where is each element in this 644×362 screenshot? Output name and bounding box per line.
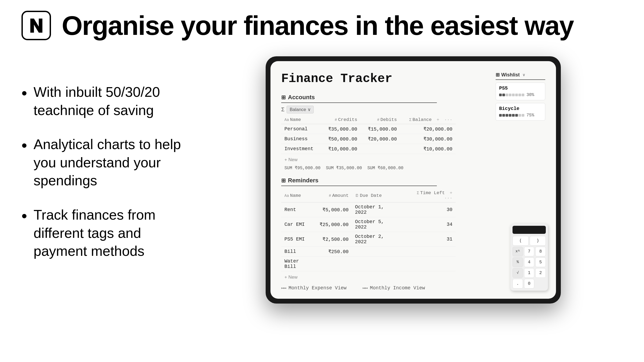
calc-special-row: ( ) [513, 236, 546, 246]
rem-col-due-date: 🗓Due Date [352, 189, 401, 202]
calc-btn-5[interactable]: 5 [535, 257, 546, 267]
reminder-row-ps5-emi: PS5 EMI ₹2,500.00 October 2, 2022 31 [281, 232, 456, 247]
bicycle-dot-5 [512, 114, 515, 117]
ps5-dot-7 [518, 94, 521, 96]
rem-col-amount: #Amount [316, 189, 352, 202]
reminder-name-bill: Bill [281, 247, 316, 257]
reminder-row-bill: Bill ₹250.00 [281, 247, 456, 257]
reminders-label: Reminders [288, 177, 319, 184]
calc-grid: x^ 7 8 % 4 5 √ 1 2 . 0 [513, 247, 546, 289]
calc-btn-power[interactable]: x^ [513, 247, 523, 256]
calc-btn-1[interactable]: 1 [524, 268, 535, 278]
monthly-expense-nav[interactable]: ↦↦ Monthly Expense View [281, 285, 346, 291]
bullet-3: • [21, 208, 27, 224]
calc-btn-dot[interactable]: . [513, 279, 523, 289]
account-balance-personal: ₹20,000.00 [400, 124, 456, 134]
calculator: ( ) x^ 7 8 % 4 5 √ 1 2 . 0 [510, 224, 548, 291]
account-row-personal: Personal ₹35,000.00 ₹15,000.00 ₹20,000.0… [281, 124, 456, 134]
notion-logo [21, 11, 51, 40]
account-name-business: Business [281, 134, 321, 144]
reminders-table: AaName #Amount 🗓Due Date ΣTime Left + ··… [281, 189, 456, 271]
tablet: Finance Tracker ⊞ Accounts Σ Balance ∨ A… [266, 56, 561, 304]
reminder-time-water-bill [401, 257, 456, 271]
account-debits-personal: ₹15,000.00 [360, 124, 400, 134]
reminder-due-car-emi: October 5, 2022 [352, 217, 401, 232]
account-credits-business: ₹50,000.00 [321, 134, 361, 144]
bicycle-progress-pct: 75% [526, 113, 534, 118]
reminder-amount-rent: ₹5,000.00 [316, 202, 352, 217]
reminder-name-ps5-emi: PS5 EMI [281, 232, 316, 247]
bicycle-dot-6 [515, 114, 518, 117]
ps5-dot-2 [502, 94, 505, 96]
ps5-progress-container: 30% [499, 93, 542, 97]
feature-item-3: • Track finances from different tags and… [21, 206, 182, 260]
reminder-amount-bill: ₹250.00 [316, 247, 352, 257]
reminder-time-bill [401, 247, 456, 257]
calc-btn-4[interactable]: 4 [524, 257, 535, 267]
wishlist-item-bicycle: Bicycle [496, 103, 545, 121]
reminder-row-car-emi: Car EMI ₹25,000.00 October 5, 2022 34 [281, 217, 456, 232]
calc-btn-close-paren[interactable]: ) [530, 236, 546, 246]
bicycle-dot-1 [499, 114, 502, 117]
reminders-icon: ⊞ [281, 177, 286, 184]
reminder-time-rent: 30 [401, 202, 456, 217]
reminder-time-ps5-emi: 31 [401, 232, 456, 247]
bicycle-dot-4 [509, 114, 511, 117]
main-content: • With inbuilt 50/30/20 teachniqe of sav… [0, 46, 644, 314]
calc-display [513, 226, 546, 234]
calc-btn-sqrt[interactable]: √ [513, 268, 523, 278]
filter-icon: Σ [281, 106, 284, 113]
accounts-add-new[interactable]: + New [281, 156, 545, 164]
wishlist-panel: ⊞ Wishlist ∨ PS5 [496, 72, 545, 123]
account-row-investment: Investment ₹10,000.00 ₹10,000.00 [281, 144, 456, 154]
accounts-sum-row: SUM ₹95,000.00 SUM ₹35,000.00 SUM ₹60,00… [281, 164, 545, 172]
calc-btn-0[interactable]: 0 [524, 279, 535, 289]
ps5-progress-pct: 30% [526, 93, 534, 97]
income-arrow-icon: ↦↦ [363, 285, 368, 291]
reminder-amount-water-bill [316, 257, 352, 271]
reminder-row-rent: Rent ₹5,000.00 October 1, 2022 30 [281, 202, 456, 217]
expense-arrow-icon: ↦↦ [281, 285, 286, 291]
accounts-table: AaName #Credits #Debits ΣBalance + ··· P… [281, 116, 456, 154]
bicycle-dot-3 [506, 114, 508, 117]
bullet-1: • [21, 85, 27, 101]
calc-btn-percent[interactable]: % [513, 257, 523, 267]
reminder-row-water-bill: Water Bill [281, 257, 456, 271]
header: Organise your finances in the easiest wa… [0, 0, 644, 46]
ps5-dot-3 [506, 94, 508, 96]
reminders-add-new[interactable]: + New [281, 274, 545, 281]
account-debits-investment [360, 144, 400, 154]
ps5-dot-6 [515, 94, 518, 96]
page-title: Organise your finances in the easiest wa… [62, 11, 574, 40]
calc-btn-2[interactable]: 2 [535, 268, 546, 278]
reminder-name-rent: Rent [281, 202, 316, 217]
reminder-name-car-emi: Car EMI [281, 217, 316, 232]
wishlist-name-bicycle: Bicycle [499, 106, 542, 111]
balance-filter[interactable]: Balance ∨ [287, 106, 313, 113]
account-balance-investment: ₹10,000.00 [400, 144, 456, 154]
income-nav-label: Monthly Income View [370, 285, 425, 291]
reminder-due-rent: October 1, 2022 [352, 202, 401, 217]
bottom-nav: ↦↦ Monthly Expense View ↦↦ Monthly Incom… [281, 281, 545, 291]
monthly-income-nav[interactable]: ↦↦ Monthly Income View [363, 285, 425, 291]
reminder-time-car-emi: 34 [401, 217, 456, 232]
account-row-business: Business ₹50,000.00 ₹20,000.00 ₹30,000.0… [281, 134, 456, 144]
ps5-dot-1 [499, 94, 502, 96]
ps5-progress-bar [499, 94, 524, 96]
feature-text-2: Analytical charts to help you understand… [34, 135, 182, 190]
wishlist-label: Wishlist [501, 72, 520, 78]
sum-balance: SUM ₹60,000.00 [367, 165, 403, 171]
feature-item-1: • With inbuilt 50/30/20 teachniqe of sav… [21, 83, 182, 119]
calc-btn-8[interactable]: 8 [535, 247, 546, 256]
account-name-personal: Personal [281, 124, 321, 134]
reminders-section-header: ⊞ Reminders [281, 177, 437, 186]
calc-btn-7[interactable]: 7 [524, 247, 535, 256]
account-credits-investment: ₹10,000.00 [321, 144, 361, 154]
calc-btn-open-paren[interactable]: ( [513, 236, 529, 246]
rem-col-time-left: ΣTime Left + ··· [401, 189, 456, 202]
feature-item-2: • Analytical charts to help you understa… [21, 135, 182, 190]
reminder-due-bill [352, 247, 401, 257]
expense-nav-label: Monthly Expense View [288, 285, 346, 291]
wishlist-name-ps5: PS5 [499, 86, 542, 91]
reminder-due-ps5-emi: October 2, 2022 [352, 232, 401, 247]
